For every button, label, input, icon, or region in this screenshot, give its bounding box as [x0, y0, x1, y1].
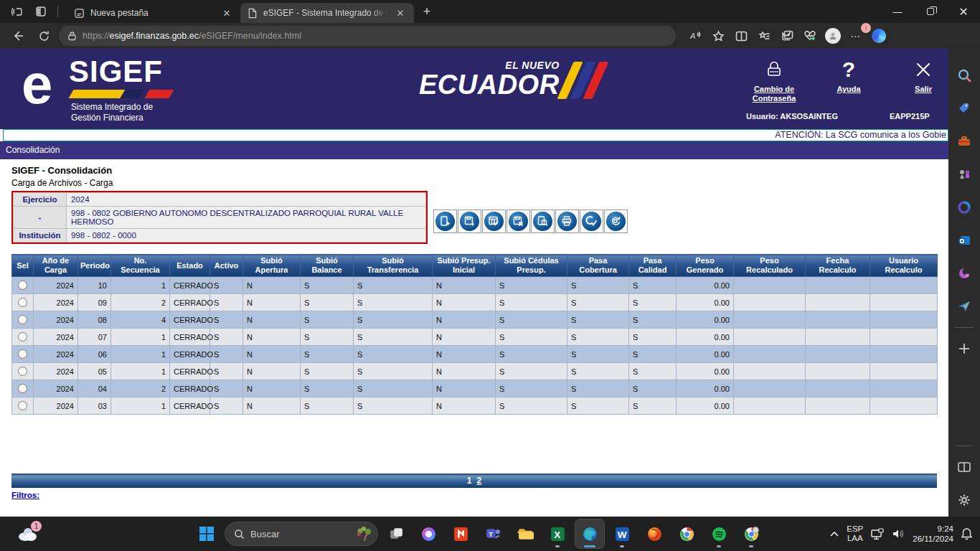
url-bar[interactable]: https://esigef.finanzas.gob.ec/eSIGEF/me… [59, 26, 676, 46]
table-cell: S [629, 363, 677, 380]
taskbar-app-spotify[interactable] [705, 519, 733, 548]
sidebar-games-icon[interactable] [951, 158, 977, 191]
table-cell: 04 [78, 380, 111, 397]
table-cell: 1 [111, 363, 170, 380]
collections-icon[interactable] [753, 26, 775, 46]
tab-close-icon[interactable]: ✕ [220, 6, 233, 19]
sidebar-outlook-icon[interactable] [951, 224, 977, 257]
row-radio-button[interactable] [18, 298, 27, 307]
profile-avatar[interactable] [822, 26, 844, 46]
sidebar-split-screen-icon[interactable] [951, 451, 977, 484]
taskbar-app-nitro-pdf[interactable] [446, 519, 475, 548]
taskbar-app-word[interactable]: W [608, 519, 636, 548]
row-radio-button[interactable] [18, 367, 27, 376]
tab-close-icon[interactable]: ✕ [394, 6, 407, 19]
settings-more-icon[interactable]: ⋯↑ [845, 26, 867, 46]
taskbar-app-copilot[interactable] [414, 519, 443, 548]
taskbar-app-chrome-profile[interactable] [737, 519, 765, 548]
taskbar-search[interactable]: Buscar [225, 522, 378, 546]
esigef-logo-name: SIGEF [69, 55, 163, 89]
row-radio-button[interactable] [18, 281, 27, 290]
volume-icon[interactable] [892, 528, 905, 540]
table-cell [806, 294, 870, 311]
sidebar-tools-icon[interactable] [951, 125, 977, 158]
network-icon[interactable] [870, 528, 885, 540]
new-record-button[interactable] [433, 209, 457, 233]
favorite-star-icon[interactable] [707, 26, 729, 46]
taskbar-app-excel[interactable]: X [543, 519, 572, 548]
table-cell: 03 [78, 397, 111, 415]
row-select-cell [12, 363, 34, 380]
delete-record-button[interactable] [507, 209, 530, 233]
search-highlight-image [354, 525, 373, 542]
table-cell: S [496, 294, 567, 311]
taskbar-app-firefox[interactable] [640, 519, 669, 548]
copilot-icon[interactable] [868, 26, 890, 46]
row-radio-button[interactable] [18, 384, 27, 393]
table-cell: 1 [111, 397, 170, 415]
tab-nueva-pestana[interactable]: Nueva pestaña ✕ [67, 3, 240, 23]
row-radio-button[interactable] [18, 349, 27, 359]
tab-esigef[interactable]: eSIGEF - Sistema Integrado de G ✕ [240, 3, 414, 23]
table-cell: CERRADO [170, 363, 210, 380]
taskbar-app-chrome[interactable] [672, 519, 701, 548]
save-record-button[interactable] [458, 209, 481, 233]
running-indicator [555, 545, 560, 547]
sidebar-settings-gear-icon[interactable] [951, 484, 977, 517]
update-badge: ↑ [861, 23, 871, 33]
sidebar-shopping-icon[interactable] [951, 92, 977, 125]
help-button[interactable]: ? Ayuda [821, 57, 877, 103]
taskbar-app-edge[interactable] [575, 519, 604, 548]
validate-record-button[interactable] [482, 209, 506, 233]
sidebar-add-icon[interactable] [951, 332, 977, 365]
filters-link[interactable]: Filtros: [11, 491, 39, 499]
sidebar-designer-icon[interactable] [951, 257, 977, 290]
taskbar-app-task-view[interactable] [382, 519, 410, 548]
sidebar-drop-icon[interactable] [951, 290, 977, 323]
row-radio-button[interactable] [18, 332, 27, 342]
pagination-link[interactable]: 2 [477, 476, 482, 486]
start-button[interactable] [192, 519, 221, 548]
restore-button[interactable] [914, 0, 947, 23]
column-header: Activo [210, 255, 243, 277]
sidebar-microsoft-365-icon[interactable] [951, 191, 977, 224]
exit-button[interactable]: Salir [895, 57, 948, 103]
reload-search-button[interactable] [604, 209, 628, 233]
table-cell [806, 277, 870, 294]
page-content: SIGEF - Consolidación Carga de Archivos … [0, 159, 948, 517]
preview-record-button[interactable] [531, 209, 555, 233]
tab-groups-icon[interactable] [776, 26, 798, 46]
notification-bell-icon[interactable] [961, 527, 973, 540]
column-header-sel: Sel [12, 255, 34, 277]
refresh-icon[interactable] [33, 26, 55, 46]
print-button[interactable] [555, 209, 579, 233]
minimize-button[interactable]: — [881, 0, 914, 23]
table-cell: S [210, 329, 243, 346]
tab-activity-icon[interactable] [30, 2, 52, 21]
read-aloud-icon[interactable]: A [684, 26, 706, 46]
clock[interactable]: 9:24 26/11/2024 [913, 524, 953, 544]
table-cell: CERRADO [170, 311, 210, 329]
table-cell: S [354, 329, 433, 346]
quality-check-button[interactable] [580, 209, 603, 233]
row-radio-button[interactable] [18, 401, 27, 410]
close-button[interactable]: ✕ [947, 0, 980, 23]
split-screen-icon[interactable] [730, 26, 752, 46]
language-indicator[interactable]: ESP LAA [847, 524, 863, 543]
new-tab-button[interactable]: + [417, 1, 437, 22]
table-cell: S [567, 329, 629, 346]
taskbar-app-file-explorer[interactable] [511, 519, 540, 548]
running-indicator [620, 545, 624, 547]
tray-chevron-icon[interactable] [829, 530, 839, 537]
info-value: 998 - 0802 - 0000 [67, 229, 426, 242]
quality-check-icon [582, 212, 601, 231]
back-icon[interactable] [7, 26, 29, 46]
browser-essentials-icon[interactable] [799, 26, 821, 46]
change-password-button[interactable]: Cambio de Contraseña [746, 57, 802, 103]
weather-widget[interactable]: 1 [11, 519, 43, 548]
sidebar-search-icon[interactable] [951, 59, 977, 92]
taskbar-app-teams[interactable]: T [479, 519, 507, 548]
menubar-consolidacion[interactable]: Consolidación [0, 141, 948, 159]
row-radio-button[interactable] [18, 315, 27, 324]
workspaces-icon[interactable] [6, 2, 27, 21]
